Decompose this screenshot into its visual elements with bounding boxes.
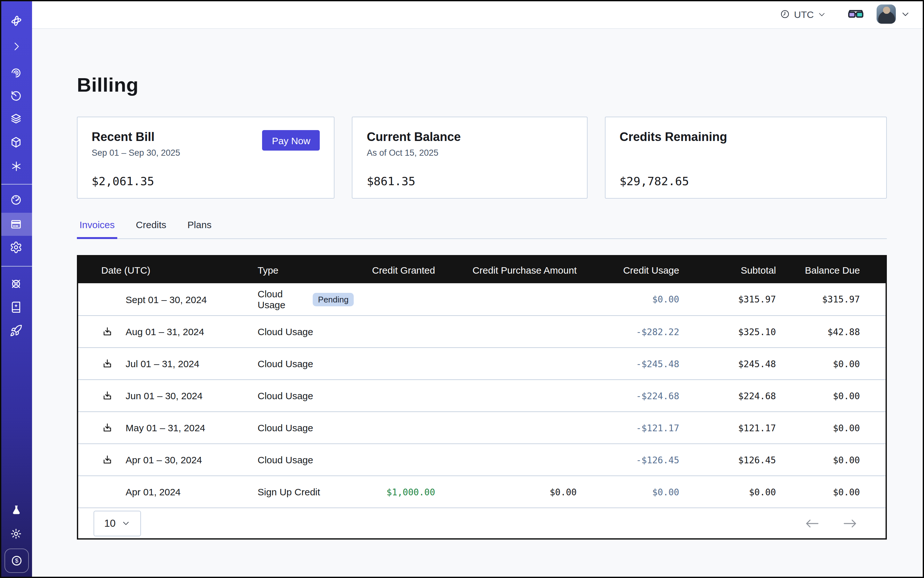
lab-flask-icon[interactable] [0, 498, 32, 521]
clock-icon [780, 9, 790, 19]
account-menu-chevron[interactable] [901, 10, 910, 19]
card-title: Credits Remaining [620, 130, 872, 144]
download-invoice-button[interactable] [99, 323, 115, 340]
download-invoice-button[interactable] [99, 451, 115, 468]
credits-remaining-card: Credits Remaining $29,782.65 [605, 117, 887, 199]
card-subtitle: As of Oct 15, 2025 [367, 148, 573, 157]
cube-icon[interactable] [0, 131, 32, 154]
balance-due: $0.00 [776, 423, 860, 433]
chevron-down-icon [818, 10, 826, 18]
chevron-down-icon [122, 519, 130, 528]
timezone-selector[interactable]: UTC [780, 9, 826, 19]
subtotal: $224.68 [679, 391, 776, 401]
settings-gear-icon[interactable] [0, 236, 32, 259]
credit-purchase: $0.00 [435, 487, 577, 497]
page-size-value: 10 [104, 518, 116, 529]
col-credit-granted: Credit Granted [354, 264, 435, 275]
invoice-type: Cloud Usage [258, 454, 313, 465]
avatar[interactable] [877, 5, 896, 24]
col-balance-due: Balance Due [776, 264, 860, 275]
page-size-select[interactable]: 10 [94, 510, 141, 536]
billing-icon[interactable] [0, 213, 32, 236]
balance-due: $315.97 [776, 294, 860, 304]
invoice-type: Cloud Usage [258, 422, 313, 433]
balance-due: $0.00 [776, 487, 860, 497]
invoice-date: Apr 01, 2024 [126, 486, 258, 497]
subtotal: $121.17 [679, 423, 776, 433]
col-date: Date (UTC) [101, 264, 258, 275]
download-icon [102, 358, 112, 369]
table-row: Apr 01 – 30, 2024 Cloud Usage -$126.45 $… [78, 443, 885, 476]
trace-icon[interactable] [0, 61, 32, 84]
invoice-type: Cloud Usage [258, 358, 313, 369]
logo-icon[interactable] [0, 9, 32, 32]
collapse-chevron-icon[interactable] [0, 35, 32, 58]
balance-due: $0.00 [776, 359, 860, 369]
invoice-type: Sign Up Credit [258, 486, 320, 497]
next-page-button[interactable] [843, 518, 857, 528]
topbar: UTC [32, 0, 924, 29]
invoice-date: May 01 – 31, 2024 [126, 422, 258, 433]
download-invoice-button[interactable] [99, 419, 115, 436]
recent-bill-amount: $2,061.35 [92, 174, 320, 188]
download-icon [102, 454, 112, 465]
sidebar: $ [0, 0, 32, 578]
3d-glasses-icon[interactable] [848, 9, 864, 19]
svg-text:$: $ [15, 557, 18, 564]
subtotal: $245.48 [679, 359, 776, 369]
arrow-right-icon [843, 518, 857, 528]
invoice-date: Jun 01 – 30, 2024 [126, 390, 258, 401]
sidebar-divider [0, 266, 32, 266]
col-subtotal: Subtotal [679, 264, 776, 275]
credit-usage: $0.00 [577, 487, 679, 497]
table-header: Date (UTC) Type Credit Granted Credit Pu… [78, 257, 885, 283]
tab-credits[interactable]: Credits [133, 219, 169, 239]
chevron-down-icon [901, 10, 910, 19]
asterisk-icon[interactable] [0, 154, 32, 177]
table-row: Aug 01 – 31, 2024 Cloud Usage -$282.22 $… [78, 315, 885, 347]
status-badge: Pending [313, 292, 354, 306]
balance-due: $0.00 [776, 391, 860, 401]
pagination-controls [805, 518, 857, 528]
download-invoice-button[interactable] [99, 355, 115, 372]
pay-now-button[interactable]: Pay Now [262, 130, 320, 151]
table-row: Sept 01 – 30, 2024 Cloud UsagePending $0… [78, 283, 885, 315]
credit-usage: -$224.68 [577, 391, 679, 401]
invoice-date: Sept 01 – 30, 2024 [126, 294, 258, 305]
table-footer: 10 [78, 508, 885, 538]
rocket-icon[interactable] [0, 319, 32, 342]
summary-cards: Recent Bill Sep 01 – Sep 30, 2025 $2,061… [77, 117, 887, 199]
table-row: Jul 01 – 31, 2024 Cloud Usage -$245.48 $… [78, 347, 885, 379]
invoice-type: Cloud Usage [258, 288, 307, 310]
layers-icon[interactable] [0, 107, 32, 130]
credit-granted: $1,000.00 [354, 487, 435, 497]
download-invoice-button[interactable] [99, 387, 115, 404]
sidebar-divider [0, 184, 32, 185]
table-row: Jun 01 – 30, 2024 Cloud Usage -$224.68 $… [78, 379, 885, 411]
subtotal: $126.45 [679, 455, 776, 465]
wheel-icon[interactable] [0, 272, 32, 295]
billing-tabs: Invoices Credits Plans [77, 219, 887, 239]
credit-usage: -$282.22 [577, 326, 679, 337]
theme-sun-icon[interactable] [0, 522, 32, 546]
credits-dollar-badge-icon[interactable]: $ [5, 549, 29, 573]
invoice-date: Aug 01 – 31, 2024 [126, 326, 258, 337]
credit-usage: $0.00 [577, 294, 679, 304]
previous-page-button[interactable] [805, 518, 820, 528]
tab-plans[interactable]: Plans [185, 219, 214, 239]
current-balance-card: Current Balance As of Oct 15, 2025 $861.… [352, 117, 588, 199]
subtotal: $325.10 [679, 326, 776, 337]
table-row: Apr 01, 2024 Sign Up Credit $1,000.00 $0… [78, 476, 885, 508]
download-icon [102, 326, 112, 337]
subtotal: $0.00 [679, 487, 776, 497]
credit-usage: -$121.17 [577, 423, 679, 433]
docs-book-icon[interactable] [0, 295, 32, 318]
history-icon[interactable] [0, 84, 32, 107]
balance-due: $0.00 [776, 455, 860, 465]
download-icon [102, 390, 112, 401]
tab-invoices[interactable]: Invoices [77, 219, 117, 239]
card-title: Current Balance [367, 130, 573, 144]
usage-gauge-icon[interactable] [0, 188, 32, 211]
current-balance-amount: $861.35 [367, 174, 573, 188]
invoices-table: Date (UTC) Type Credit Granted Credit Pu… [77, 255, 887, 539]
